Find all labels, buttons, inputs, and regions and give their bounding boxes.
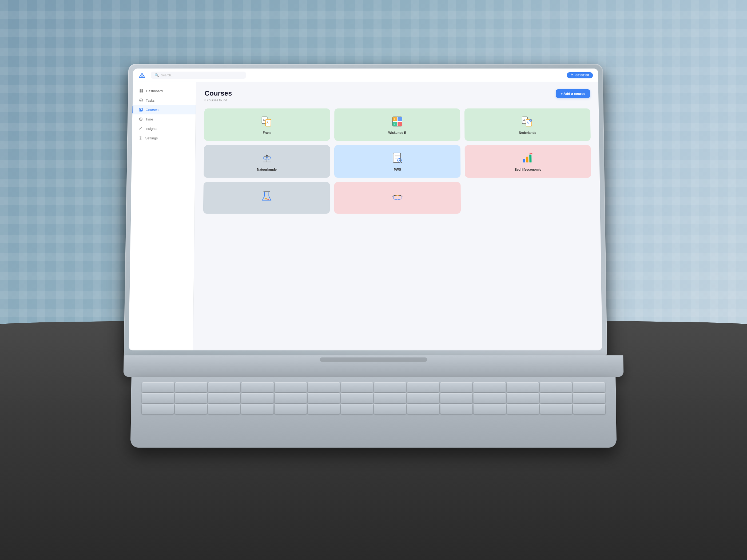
time-label: Time [146,117,153,121]
course-name-wiskunde: Wiskunde B [388,131,406,135]
course-card-nederlands[interactable]: A A + Nederlands [464,109,591,141]
course-icon-7 [260,190,274,204]
course-card-7[interactable] [203,182,330,214]
sidebar-item-dashboard[interactable]: Dashboard [133,86,196,96]
key[interactable] [275,393,307,403]
key[interactable] [308,393,340,403]
course-name-nederlands: Nederlands [519,131,536,135]
laptop-base [123,355,623,377]
course-name-frans: Frans [263,131,272,135]
course-name-bedrijfseconomie: Bedrijfseconomie [515,168,541,171]
svg-rect-46 [529,155,532,163]
key[interactable] [473,393,506,403]
sidebar-item-settings[interactable]: Settings [132,133,196,143]
key[interactable] [175,393,207,403]
key[interactable] [540,393,572,403]
timer-badge: ⏱ 00:00:00 [567,72,593,78]
svg-rect-19 [397,117,402,121]
app-topbar: 🔍 Search... ⏱ 00:00:00 [133,69,598,82]
sidebar-nav: Dashboard Tasks [129,82,196,350]
svg-rect-44 [523,159,525,162]
svg-text:-: - [398,118,400,121]
add-course-button[interactable]: + Add a course [556,89,590,98]
time-icon [139,117,143,121]
key[interactable] [473,404,506,414]
main-content: Courses 8 courses found + Add a course [193,82,602,350]
svg-rect-3 [141,89,143,91]
key[interactable] [440,404,473,414]
key[interactable] [507,382,539,392]
key[interactable] [374,404,406,414]
settings-icon [138,136,143,140]
svg-point-12 [140,138,141,139]
key[interactable] [275,404,307,414]
key[interactable] [175,404,207,414]
timer-value: 00:00:00 [575,73,589,77]
course-card-pws[interactable]: PWS [334,145,461,178]
key[interactable] [341,404,373,414]
course-card-bedrijfseconomie[interactable]: Bedrijfseconomie [465,145,591,178]
key[interactable] [141,404,174,414]
key[interactable] [208,393,240,403]
key[interactable] [573,382,605,392]
screen-body: Dashboard Tasks [129,82,602,350]
sidebar-item-tasks[interactable]: Tasks [133,96,196,105]
course-card-wiskunde[interactable]: + - × ÷ Wiskunde B [334,109,460,141]
key[interactable] [407,382,439,392]
key[interactable] [175,382,207,392]
key[interactable] [573,393,606,403]
key[interactable] [208,404,240,414]
key[interactable] [374,393,406,403]
key[interactable] [275,382,307,392]
key[interactable] [507,393,539,403]
svg-rect-8 [140,109,141,110]
key[interactable] [573,404,606,414]
laptop-screen-outer: 🔍 Search... ⏱ 00:00:00 [124,64,607,355]
svg-rect-45 [526,157,528,163]
key[interactable] [407,404,439,414]
key[interactable] [142,382,174,392]
laptop-keyboard [130,377,617,448]
key[interactable] [341,382,373,392]
key[interactable] [540,404,572,414]
key[interactable] [440,393,472,403]
svg-text:÷: ÷ [398,123,400,125]
course-card-8[interactable] [334,182,461,214]
course-icon-natuurkunde [260,152,274,165]
key[interactable] [374,382,406,392]
key[interactable] [540,382,572,392]
key[interactable] [507,404,539,414]
course-icon-nederlands: A A + [520,115,534,128]
course-icon-8 [391,190,405,204]
svg-line-41 [401,162,402,163]
key[interactable] [473,382,506,392]
page-title-area: Courses 8 courses found [204,89,232,102]
svg-text:A: A [523,119,525,122]
key[interactable] [241,393,274,403]
key[interactable] [241,404,274,414]
key[interactable] [407,393,439,403]
sidebar-item-insights[interactable]: Insights [132,124,196,133]
key[interactable] [208,382,241,392]
sidebar-item-time[interactable]: Time [132,114,196,124]
key[interactable] [241,382,274,392]
svg-point-49 [265,198,267,199]
search-placeholder: Search... [161,73,174,77]
key[interactable] [440,382,472,392]
course-card-natuurkunde[interactable]: Natuurkunde [204,145,330,178]
svg-rect-4 [139,91,141,92]
course-card-frans[interactable]: A A Frans [204,109,330,141]
laptop: 🔍 Search... ⏱ 00:00:00 [122,64,625,448]
insights-label: Insights [146,127,157,131]
add-course-label: + Add a course [561,92,585,96]
search-bar[interactable]: 🔍 Search... [151,72,246,79]
logo-icon [138,72,146,79]
key[interactable] [341,393,373,403]
key[interactable] [308,404,340,414]
svg-rect-7 [139,108,143,111]
key[interactable] [142,393,174,403]
key[interactable] [308,382,340,392]
sidebar-item-courses[interactable]: Courses [132,105,196,114]
courses-label: Courses [146,108,158,112]
screen-bezel: 🔍 Search... ⏱ 00:00:00 [129,69,602,350]
